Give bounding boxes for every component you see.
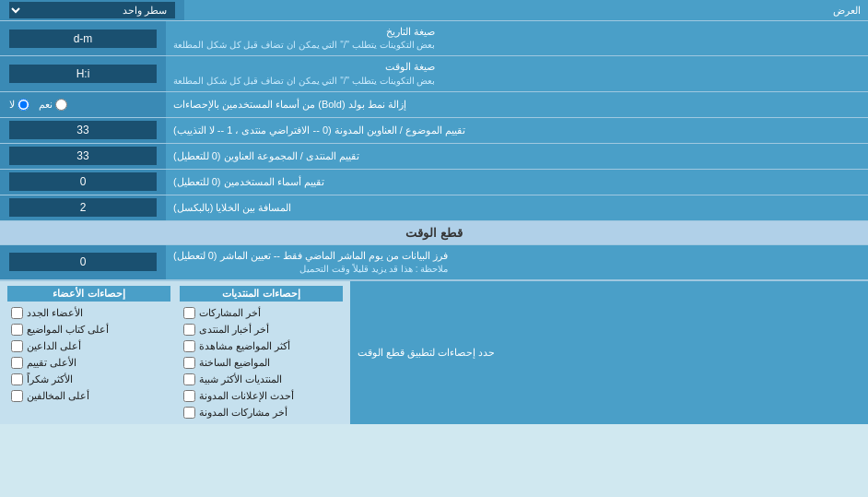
list-item: المواضيع الساخنة bbox=[180, 356, 343, 370]
checkbox-col1-6[interactable] bbox=[183, 407, 195, 419]
time-format-label: صيغة الوقت بعض التكوينات يتطلب "/" التي … bbox=[166, 56, 868, 90]
cell-spacing-row: المسافة بين الخلايا (بالبكسل) bbox=[0, 195, 868, 221]
checkbox-col2-1[interactable] bbox=[11, 324, 23, 336]
topic-order-row: تقييم الموضوع / العناوين المدونة (0 -- ا… bbox=[0, 118, 868, 144]
checkbox-col2-0[interactable] bbox=[11, 307, 23, 319]
users-order-input[interactable] bbox=[9, 172, 157, 191]
date-format-input-container bbox=[0, 21, 166, 55]
cutoff-label: فرز البيانات من يوم الماشر الماضي فقط --… bbox=[166, 245, 868, 279]
users-order-row: تقييم أسماء المستخدمين (0 للتعطيل) bbox=[0, 170, 868, 195]
forum-order-row: تقييم المنتدى / المجموعة العناوين (0 للت… bbox=[0, 144, 868, 170]
forum-order-input[interactable] bbox=[9, 147, 157, 165]
date-format-label: صيغة التاريخ بعض التكوينات يتطلب "/" الت… bbox=[166, 21, 868, 55]
checkbox-col1-3[interactable] bbox=[183, 357, 195, 369]
col1-header: إحصاءات المنتديات bbox=[180, 286, 343, 302]
time-format-row: صيغة الوقت بعض التكوينات يتطلب "/" التي … bbox=[0, 56, 868, 91]
cutoff-input[interactable] bbox=[9, 253, 157, 271]
cutoff-section-header: قطع الوقت bbox=[0, 221, 868, 245]
list-item: أخر المشاركات bbox=[180, 306, 343, 320]
list-item: أكثر المواضيع مشاهدة bbox=[180, 339, 343, 353]
topic-order-input-container bbox=[0, 118, 166, 143]
cell-spacing-input-container bbox=[0, 195, 166, 220]
topic-order-input[interactable] bbox=[9, 121, 157, 139]
bold-yes-radio[interactable] bbox=[55, 99, 67, 111]
checkbox-col1-1[interactable] bbox=[183, 324, 195, 336]
list-item: الأعضاء الجدد bbox=[7, 306, 170, 320]
checkbox-col2-5[interactable] bbox=[11, 390, 23, 402]
list-item: أحدث الإعلانات المدونة bbox=[180, 389, 343, 403]
forum-order-input-container bbox=[0, 144, 166, 169]
list-item: المنتديات الأكثر شبية bbox=[180, 373, 343, 386]
checkboxes-container: إحصاءات المنتديات أخر المشاركات أخر أخبا… bbox=[0, 281, 350, 424]
date-format-row: صيغة التاريخ بعض التكوينات يتطلب "/" الت… bbox=[0, 21, 868, 56]
list-item: الأعلى تقييم bbox=[7, 356, 170, 370]
limit-label: حدد إحصاءات لتطبيق قطع الوقت bbox=[350, 281, 868, 424]
list-item: أعلى المخالفين bbox=[7, 389, 170, 403]
cell-spacing-input[interactable] bbox=[9, 198, 157, 217]
col2-header: إحصاءات الأعضاء bbox=[7, 286, 170, 302]
time-format-input-container bbox=[0, 56, 166, 90]
display-label: العرض bbox=[184, 2, 868, 19]
checkbox-col1-2[interactable] bbox=[183, 340, 195, 352]
bold-remove-radio-container: نعم لا bbox=[0, 92, 166, 117]
bold-remove-row: إزالة نمط بولد (Bold) من أسماء المستخدمي… bbox=[0, 92, 868, 118]
list-item: أخر أخبار المنتدى bbox=[180, 323, 343, 337]
display-select[interactable]: سطر واحد سطرين ثلاثة أسطر bbox=[9, 2, 175, 18]
checkbox-section: حدد إحصاءات لتطبيق قطع الوقت إحصاءات الم… bbox=[0, 280, 868, 424]
checkbox-col1-5[interactable] bbox=[183, 390, 195, 402]
users-order-label: تقييم أسماء المستخدمين (0 للتعطيل) bbox=[166, 170, 868, 195]
list-item: أخر مشاركات المدونة bbox=[180, 406, 343, 420]
cell-spacing-label: المسافة بين الخلايا (بالبكسل) bbox=[166, 195, 868, 220]
bold-remove-label: إزالة نمط بولد (Bold) من أسماء المستخدمي… bbox=[166, 92, 868, 117]
checkbox-col1-0[interactable] bbox=[183, 307, 195, 319]
col2-container: إحصاءات الأعضاء الأعضاء الجدد أعلى كتاب … bbox=[7, 286, 170, 420]
bold-no-radio[interactable] bbox=[18, 99, 29, 111]
forum-order-label: تقييم المنتدى / المجموعة العناوين (0 للت… bbox=[166, 144, 868, 169]
date-format-input[interactable] bbox=[9, 30, 157, 48]
list-item: الأكثر شكراً bbox=[7, 373, 170, 386]
col1-container: إحصاءات المنتديات أخر المشاركات أخر أخبا… bbox=[180, 286, 343, 420]
checkbox-col2-3[interactable] bbox=[11, 357, 23, 369]
time-format-input[interactable] bbox=[9, 65, 157, 83]
users-order-input-container bbox=[0, 170, 166, 195]
list-item: أعلى كتاب المواضيع bbox=[7, 323, 170, 337]
cutoff-row: فرز البيانات من يوم الماشر الماضي فقط --… bbox=[0, 245, 868, 280]
display-select-container: سطر واحد سطرين ثلاثة أسطر bbox=[0, 0, 184, 20]
checkbox-col2-4[interactable] bbox=[11, 373, 23, 385]
bold-yes-label: نعم bbox=[39, 99, 67, 111]
topic-order-label: تقييم الموضوع / العناوين المدونة (0 -- ا… bbox=[166, 118, 868, 143]
list-item: أعلى الداعين bbox=[7, 339, 170, 353]
bold-no-label: لا bbox=[9, 99, 29, 111]
checkbox-col2-2[interactable] bbox=[11, 340, 23, 352]
checkbox-col1-4[interactable] bbox=[183, 373, 195, 385]
cutoff-input-container bbox=[0, 245, 166, 279]
